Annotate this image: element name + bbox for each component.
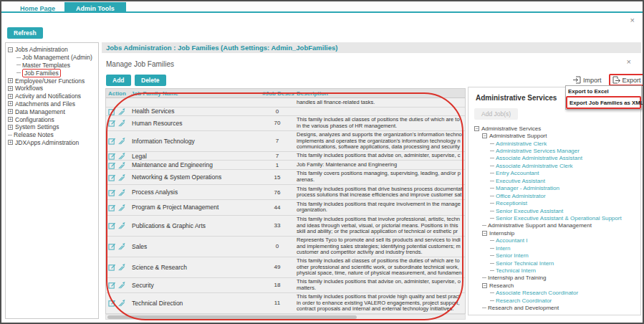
- tree-item-administrative-services[interactable]: −Administrative Services: [474, 125, 639, 132]
- tree-item-office-administrator[interactable]: Office Administrator: [474, 192, 639, 199]
- edit-icon[interactable]: [108, 299, 116, 307]
- table-row[interactable]: Process Analysis 76 This family includes…: [106, 185, 465, 200]
- tree-item-research-and-development[interactable]: Research and Development: [474, 305, 639, 312]
- tree-item-accountant-i[interactable]: Accountant I: [474, 237, 639, 244]
- delete-button[interactable]: Delete: [135, 75, 166, 86]
- write-icon[interactable]: [117, 173, 125, 181]
- sidebar-item-master-templates[interactable]: Master Templates: [6, 62, 98, 70]
- write-icon[interactable]: [117, 108, 125, 115]
- close-icon[interactable]: ×: [630, 16, 635, 24]
- edit-icon[interactable]: [108, 152, 116, 160]
- tree-item-entry-accountant[interactable]: Entry Accountant: [474, 170, 639, 177]
- sidebar-item-data-management[interactable]: +Data Management: [6, 108, 98, 115]
- sidebar-item-system-settings[interactable]: +System Settings: [6, 123, 98, 131]
- table-row[interactable]: Program & Project Management 44 This fam…: [106, 200, 465, 215]
- tree-item-associate-research-coordinator[interactable]: Associate Research Coordinator: [474, 290, 639, 297]
- tree-item-technical-intern[interactable]: Technical Intern: [474, 267, 639, 274]
- expand-icon[interactable]: +: [8, 117, 13, 122]
- add-button[interactable]: Add: [106, 75, 131, 86]
- tree-item-internship-and-training[interactable]: Internship and Training: [474, 275, 639, 282]
- table-row[interactable]: Networking & System Operations 15 This f…: [106, 170, 465, 185]
- refresh-button[interactable]: Refresh: [7, 27, 43, 39]
- sidebar-item-activity-and-notifications[interactable]: +Activity and Notifications: [6, 92, 98, 100]
- tree-item-administrative-support-and-management[interactable]: Administrative Support and Management: [474, 222, 639, 229]
- tree-item-administrative-services-manager[interactable]: Administrative Services Manager: [474, 147, 639, 154]
- table-row[interactable]: Health Services 0: [106, 108, 465, 116]
- table-row[interactable]: Information Technology 7 Designs, analyz…: [106, 131, 465, 152]
- expand-icon[interactable]: +: [8, 86, 13, 91]
- table-row[interactable]: Technical Direction 11 This family inclu…: [106, 293, 465, 314]
- column-header-job-descs[interactable]: #Job Descs: [260, 89, 294, 97]
- expand-icon[interactable]: +: [8, 125, 13, 130]
- write-icon[interactable]: [117, 161, 125, 169]
- table-row[interactable]: Maintenance and Engineering 1 Job Family…: [106, 161, 465, 170]
- tab-admin-tools[interactable]: Admin Tools: [64, 2, 126, 13]
- sidebar-item-employee-user-functions[interactable]: +Employee/User Functions: [6, 77, 98, 85]
- menu-item-export-to-excel[interactable]: Export to Excel: [566, 86, 641, 96]
- write-icon[interactable]: [117, 119, 125, 127]
- horizontal-scrollbar[interactable]: [105, 314, 466, 320]
- tree-item-associate-administrative-clerk[interactable]: Associate Administrative Clerk: [474, 162, 639, 169]
- expand-icon[interactable]: +: [8, 78, 13, 83]
- tree-item-senior-technical-intern[interactable]: Senior Technical Intern: [474, 259, 639, 267]
- scrollbar-thumb[interactable]: [107, 315, 357, 319]
- tab-home-page[interactable]: Home Page: [11, 3, 64, 14]
- tree-item-administrative-support[interactable]: −Administrative Support: [474, 132, 639, 139]
- table-row[interactable]: Security 18 This family includes positio…: [106, 278, 465, 293]
- tree-item-senior-executive-assistant[interactable]: Senior Executive Assistant: [474, 207, 639, 214]
- collapse-icon[interactable]: −: [8, 47, 13, 52]
- tree-item-associate-administrative-assistant[interactable]: Associate Administrative Assistant: [474, 155, 639, 162]
- collapse-icon[interactable]: −: [474, 126, 479, 131]
- write-icon[interactable]: [117, 281, 125, 289]
- edit-icon[interactable]: [108, 108, 116, 115]
- column-header-action[interactable]: Action: [106, 89, 129, 97]
- tree-item-senior-executive-assistant-operational-support[interactable]: Senior Executive Assistant & Operational…: [474, 214, 639, 221]
- edit-icon[interactable]: [108, 137, 116, 145]
- panel-close-icon[interactable]: ×: [627, 58, 631, 65]
- write-icon[interactable]: [117, 189, 125, 196]
- sidebar-item-configurations[interactable]: +Configurations: [6, 115, 98, 123]
- tree-item-research[interactable]: −Research: [474, 282, 639, 289]
- sidebar-item-attachments-and-files[interactable]: +Attachments and Files: [6, 100, 98, 108]
- sidebar-item-job-management-admin[interactable]: Job Management (Admin): [6, 54, 98, 62]
- tree-item-receptionist[interactable]: Receptionist: [474, 199, 639, 206]
- write-icon[interactable]: [117, 137, 125, 145]
- sidebar-item-job-families[interactable]: Job Families: [6, 69, 98, 77]
- expand-icon[interactable]: +: [8, 94, 13, 99]
- expand-icon[interactable]: +: [8, 109, 13, 114]
- edit-icon[interactable]: [108, 263, 116, 271]
- tree-item-intern[interactable]: Intern: [474, 244, 639, 252]
- write-icon[interactable]: [117, 242, 125, 250]
- table-row[interactable]: Science & Research 49 This family includ…: [106, 257, 465, 278]
- write-icon[interactable]: [117, 299, 125, 307]
- column-header-job-family-name[interactable]: Job Family Name: [129, 89, 260, 97]
- expand-icon[interactable]: +: [8, 101, 13, 106]
- add-jobs-button[interactable]: Add Job(s): [474, 108, 518, 120]
- table-row[interactable]: Legal 7 This family includes positions t…: [106, 152, 465, 161]
- tree-item-internship[interactable]: −Internship: [474, 229, 639, 237]
- edit-icon[interactable]: [108, 221, 116, 229]
- collapse-icon[interactable]: −: [482, 283, 487, 288]
- sidebar-item-workflows[interactable]: +Workflows: [6, 85, 98, 92]
- table-row[interactable]: Sales 0 Represents Tyco to promote and s…: [106, 237, 465, 257]
- tree-item-executive-assistant[interactable]: Executive Assistant: [474, 177, 639, 184]
- edit-icon[interactable]: [108, 204, 116, 211]
- sidebar-item-jobs-administration[interactable]: −Jobs Administration: [6, 46, 98, 54]
- sidebar-item-jdxapps-adminstration[interactable]: +JDXApps Adminstration: [6, 139, 98, 147]
- expand-icon[interactable]: +: [8, 140, 13, 145]
- edit-icon[interactable]: [108, 189, 116, 196]
- tree-item-senior-intern[interactable]: Senior Intern: [474, 252, 639, 259]
- write-icon[interactable]: [117, 263, 125, 271]
- edit-icon[interactable]: [108, 161, 116, 169]
- tree-item-research-coordinator[interactable]: Research Coordinator: [474, 297, 639, 304]
- edit-icon[interactable]: [108, 242, 116, 250]
- collapse-icon[interactable]: −: [482, 231, 487, 236]
- menu-item-export-job-families-as-xml-files[interactable]: Export Job Families as XML Files: [566, 96, 641, 109]
- table-row[interactable]: Publications & Graphic Arts 33 This fami…: [106, 216, 465, 237]
- sidebar-item-release-notes[interactable]: Release Notes: [6, 131, 98, 139]
- table-row[interactable]: Human Resources 70 This family includes …: [106, 116, 465, 131]
- table-row[interactable]: handles all finance-related tasks.: [106, 98, 465, 108]
- edit-icon[interactable]: [108, 119, 116, 127]
- export-button[interactable]: Export: [609, 74, 644, 86]
- write-icon[interactable]: [117, 221, 125, 229]
